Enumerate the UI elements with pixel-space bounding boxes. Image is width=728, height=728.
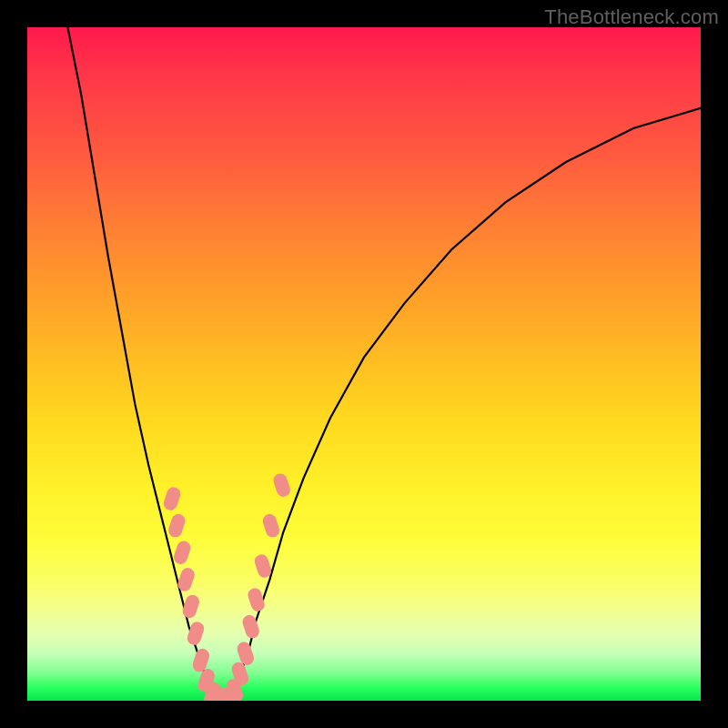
plot-area (27, 27, 701, 701)
data-marker (246, 586, 266, 612)
data-marker (167, 512, 187, 539)
data-marker (272, 472, 292, 499)
data-marker (181, 593, 201, 620)
data-marker (172, 540, 192, 566)
curves-svg (27, 27, 701, 701)
curve-right-branch (229, 108, 701, 701)
data-marker (162, 485, 182, 511)
data-marker (261, 512, 281, 539)
watermark-text: TheBottleneck.com (544, 5, 719, 29)
outer-frame: TheBottleneck.com (0, 0, 728, 728)
marker-group (162, 472, 292, 701)
